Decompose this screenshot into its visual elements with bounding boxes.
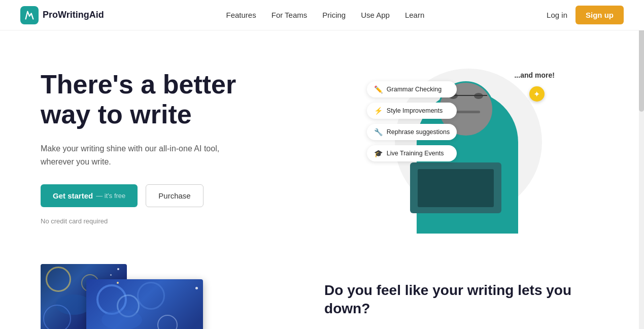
style-icon: ⚡ [374,107,383,115]
hero-subtitle: Make your writing shine with our all-in-… [41,142,233,168]
nav-actions: Log in Sign up [547,6,624,24]
nav-for-teams[interactable]: For Teams [272,11,308,19]
starry-night-images: My idea in my head [41,264,213,329]
pill-grammar: ✏️ Grammar Checking [367,81,457,97]
hero-section: There's a better way to write Make your … [0,30,644,254]
sparkle-icon: ✦ [529,86,545,102]
second-section-title: Do you feel like your writing lets you d… [324,281,606,318]
no-credit-card-note: No credit card required [41,217,322,225]
brand-name: ProWritingAid [43,10,104,20]
nav-pricing[interactable]: Pricing [322,11,346,19]
hero-illustration: ✦ ...and more! ✏️ Grammar Checking ⚡ Sty… [333,61,603,234]
starry-front-card [86,279,203,329]
nav-links: Features For Teams Pricing Use App Learn [226,11,425,20]
logo-icon [20,6,39,24]
login-button[interactable]: Log in [547,11,567,19]
pill-training: 🎓 Live Training Events [367,145,457,161]
second-section: My idea in my head Do you feel like your… [0,254,644,329]
nav-use-app[interactable]: Use App [361,11,390,19]
second-content: Do you feel like your writing lets you d… [324,281,606,329]
pill-style: ⚡ Style Improvements [367,103,457,119]
second-section-body: We know what it's like to feel the FEAR … [324,326,606,329]
scrollbar[interactable] [639,0,644,329]
get-started-button[interactable]: Get started — it's free [41,184,138,207]
nav-features[interactable]: Features [226,11,256,19]
purchase-button[interactable]: Purchase [146,184,203,207]
second-illustration: My idea in my head [41,264,294,329]
nav-learn[interactable]: Learn [405,11,424,19]
navbar: ProWritingAid Features For Teams Pricing… [0,0,644,30]
and-more-label: ...and more! [514,71,554,79]
rephrase-icon: 🔧 [374,128,383,136]
hero-buttons: Get started — it's free Purchase [41,184,322,207]
logo-link[interactable]: ProWritingAid [20,6,104,24]
signup-button[interactable]: Sign up [575,6,624,24]
hero-title: There's a better way to write [41,70,322,130]
training-icon: 🎓 [374,149,383,157]
laptop [410,162,501,213]
grammar-icon: ✏️ [374,85,383,93]
hero-content: There's a better way to write Make your … [41,70,322,225]
pill-rephrase: 🔧 Rephrase suggestions [367,124,457,140]
feature-pills: ✏️ Grammar Checking ⚡ Style Improvements… [367,81,457,161]
